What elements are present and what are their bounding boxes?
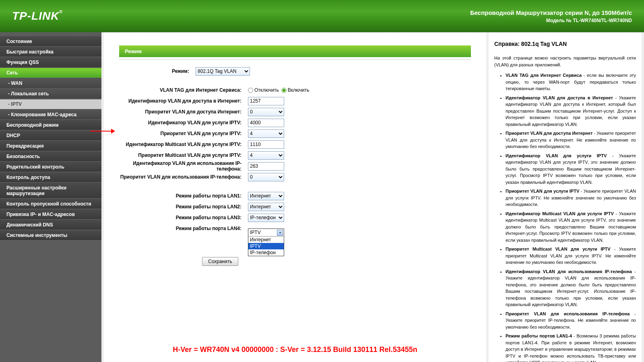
sidebar-item-wan[interactable]: - WAN bbox=[0, 78, 101, 88]
lan4-option-ipphone[interactable]: IP-телефон bbox=[248, 249, 284, 256]
chevron-down-icon[interactable]: ▾ bbox=[277, 230, 283, 236]
sidebar-item-qss[interactable]: Функция QSS bbox=[0, 57, 101, 68]
help-item: VLAN TAG для Интернет Сервиса - если вы … bbox=[506, 72, 636, 92]
lan3-select[interactable]: IP-телефон bbox=[248, 214, 284, 222]
iptv-prio-label: Приоритет VLAN для услуги IPTV: bbox=[119, 131, 248, 136]
lan1-select[interactable]: Интернет bbox=[248, 192, 284, 200]
sidebar-item-dhcp[interactable]: DHCP bbox=[0, 130, 101, 141]
sidebar: Состояние Быстрая настройка Функция QSS … bbox=[0, 32, 101, 362]
product-title: Беспроводной Маршрутизатор серии N, до 1… bbox=[470, 9, 632, 16]
sidebar-item-network[interactable]: Сеть bbox=[0, 68, 101, 78]
sidebar-item-forwarding[interactable]: Переадресация bbox=[0, 141, 101, 151]
lan2-select[interactable]: Интернет bbox=[248, 203, 284, 211]
iptv-vlan-id-input[interactable] bbox=[248, 119, 284, 127]
help-item: Приоритет VLAN для использования IP-теле… bbox=[506, 311, 636, 331]
mcast-vlan-id-input[interactable] bbox=[248, 140, 284, 149]
help-item: Идентификатор VLAN для услуги IPTV - Ука… bbox=[506, 152, 636, 186]
sidebar-item-routing[interactable]: Расширенные настройки маршрутизации bbox=[0, 183, 101, 199]
mcast-prio-label: Приоритет Multicast VLAN для услуги IPTV… bbox=[119, 152, 248, 158]
phone-prio-select[interactable]: 0 bbox=[248, 173, 284, 181]
lan4-option-internet[interactable]: Интернет bbox=[248, 237, 284, 243]
brand-logo: TP-LINK® bbox=[12, 10, 63, 23]
help-item: Идентификатор Multicast VLAN для услуги … bbox=[506, 210, 636, 244]
sidebar-item-status[interactable]: Состояние bbox=[0, 36, 101, 47]
help-title: Справка: 802.1q Tag VLAN bbox=[494, 40, 636, 48]
mode-label: Режим: bbox=[119, 68, 196, 74]
lan1-label: Режим работы порта LAN1: bbox=[119, 193, 248, 199]
lan4-select-open[interactable]: IPTV ▾ Интернет IPTV IP-телефон bbox=[248, 228, 284, 256]
sidebar-item-wireless[interactable]: Беспроводной режим bbox=[0, 120, 101, 130]
vlan-tag-on-radio[interactable]: Включить bbox=[281, 87, 310, 93]
phone-vlan-id-input[interactable] bbox=[248, 162, 284, 171]
sidebar-item-parental[interactable]: Родительский контроль bbox=[0, 162, 101, 172]
lan4-selected-value: IPTV bbox=[250, 230, 261, 235]
phone-vlan-id-label: Идентификатор VLAN для использования IP-… bbox=[119, 160, 248, 172]
sidebar-item-security[interactable]: Безопасность bbox=[0, 151, 101, 162]
annotation-arrow-icon bbox=[90, 131, 114, 132]
sidebar-item-ddns[interactable]: Динамический DNS bbox=[0, 220, 101, 230]
help-item: Режим работы портов LAN1-4 - Возможны 3 … bbox=[506, 333, 636, 362]
model-number: Модель № TL-WR740N/TL-WR740ND bbox=[470, 18, 632, 23]
vlan-tag-off-radio[interactable]: Отключить bbox=[248, 87, 279, 93]
internet-vlan-id-input[interactable] bbox=[248, 97, 284, 105]
iptv-vlan-id-label: Идентификатор VLAN для услуги IPTV: bbox=[119, 120, 248, 125]
sidebar-item-accesscontrol[interactable]: Контроль доступа bbox=[0, 172, 101, 183]
help-panel: Справка: 802.1q Tag VLAN На этой страниц… bbox=[489, 33, 642, 362]
phone-prio-label: Приоритет VLAN для использования IP-теле… bbox=[119, 174, 248, 180]
section-title: Режим bbox=[119, 45, 471, 57]
sidebar-item-quicksetup[interactable]: Быстрая настройка bbox=[0, 47, 101, 57]
header-info: Беспроводной Маршрутизатор серии N, до 1… bbox=[470, 9, 632, 23]
lan2-label: Режим работы порта LAN2: bbox=[119, 204, 248, 210]
sidebar-item-iptv[interactable]: - IPTV bbox=[0, 99, 101, 109]
sidebar-item-macclone[interactable]: - Клонирование MAC-адреса bbox=[0, 109, 101, 120]
mcast-vlan-id-label: Идентификатор Multicast VLAN для услуги … bbox=[119, 142, 248, 147]
save-button[interactable]: Сохранить bbox=[202, 257, 238, 266]
internet-prio-select[interactable]: 0 bbox=[248, 108, 284, 116]
help-item: Идентификатор VLAN для использования IP-… bbox=[506, 268, 636, 308]
help-intro: На этой странице можно настроить парамет… bbox=[494, 55, 636, 68]
sidebar-item-bandwidth[interactable]: Контроль пропускной способности bbox=[0, 199, 101, 209]
header: TP-LINK® Беспроводной Маршрутизатор сери… bbox=[0, 0, 644, 32]
sidebar-item-systools[interactable]: Системные инструменты bbox=[0, 230, 101, 241]
help-item: Приоритет Multicast VLAN для услуги IPTV… bbox=[506, 246, 636, 266]
help-item: Приоритет VLAN для доступа Интернет - Ук… bbox=[506, 130, 636, 150]
lan4-label: Режим работы порта LAN4: bbox=[119, 226, 248, 231]
lan4-option-iptv[interactable]: IPTV bbox=[248, 243, 284, 249]
lan3-label: Режим работы порта LAN3: bbox=[119, 215, 248, 220]
mcast-prio-select[interactable]: 4 bbox=[248, 151, 284, 160]
iptv-prio-select[interactable]: 4 bbox=[248, 130, 284, 138]
version-annotation: H-Ver = WR740N v4 00000000 : S-Ver = 3.1… bbox=[104, 346, 486, 354]
help-item: Приоритет VLAN для услуги IPTV - Укажите… bbox=[506, 188, 636, 208]
sidebar-item-ipmac[interactable]: Привязка IP- и MAC-адресов bbox=[0, 209, 101, 220]
sidebar-item-lan[interactable]: - Локальная сеть bbox=[0, 88, 101, 99]
divider bbox=[119, 60, 471, 60]
internet-vlan-id-label: Идентификатор VLAN для доступа в Интерне… bbox=[119, 98, 248, 104]
internet-prio-label: Приоритет VLAN для доступа Интернет: bbox=[119, 109, 248, 115]
vlan-tag-label: VLAN TAG для Интернет Сервиса: bbox=[119, 87, 248, 93]
mode-select[interactable]: 802.1Q Tag VLAN bbox=[196, 67, 250, 76]
help-item: Идентификатор VLAN для доступа в Интерне… bbox=[506, 95, 636, 128]
main-content: Режим Режим: 802.1Q Tag VLAN VLAN TAG дл… bbox=[104, 33, 486, 362]
